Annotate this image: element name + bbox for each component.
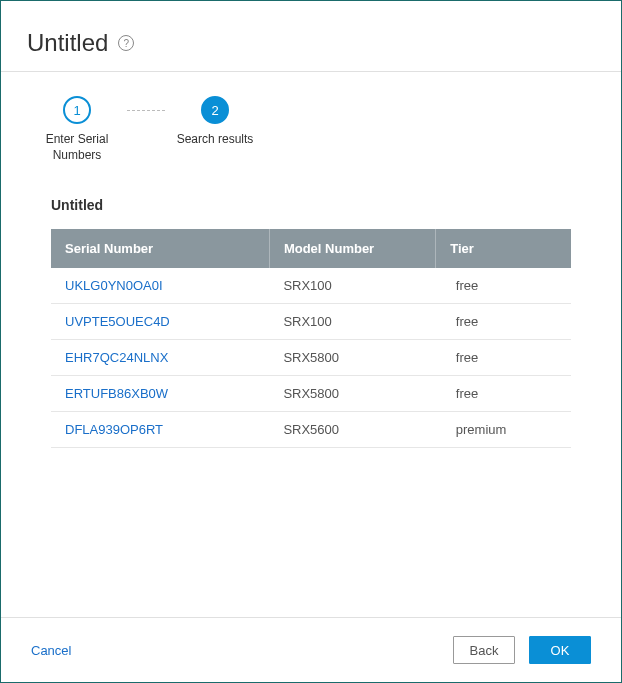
table-row[interactable]: DFLA939OP6RT SRX5600 premium — [51, 412, 571, 448]
cell-model: SRX5800 — [269, 376, 435, 412]
step-circle-2: 2 — [201, 96, 229, 124]
ok-button[interactable]: OK — [529, 636, 591, 664]
table-header-row: Serial Number Model Number Tier — [51, 229, 571, 268]
footer-buttons: Back OK — [453, 636, 591, 664]
cell-serial[interactable]: UKLG0YN0OA0I — [51, 268, 269, 304]
cell-model: SRX100 — [269, 304, 435, 340]
cell-model: SRX100 — [269, 268, 435, 304]
col-header-model[interactable]: Model Number — [269, 229, 435, 268]
cell-tier: free — [436, 304, 571, 340]
table-row[interactable]: EHR7QC24NLNX SRX5800 free — [51, 340, 571, 376]
table-title: Untitled — [51, 197, 571, 213]
page-title: Untitled — [27, 29, 108, 57]
step-label-1: Enter SerialNumbers — [46, 132, 109, 163]
cell-serial[interactable]: EHR7QC24NLNX — [51, 340, 269, 376]
table-body: UKLG0YN0OA0I SRX100 free UVPTE5OUEC4D SR… — [51, 268, 571, 448]
cell-tier: free — [436, 268, 571, 304]
cell-tier: free — [436, 376, 571, 412]
dialog-content: Untitled Serial Number Model Number Tier… — [1, 173, 621, 617]
dialog-header: Untitled ? — [1, 1, 621, 72]
results-table: Serial Number Model Number Tier UKLG0YN0… — [51, 229, 571, 448]
step-enter-serial-numbers[interactable]: 1 Enter SerialNumbers — [27, 96, 127, 163]
step-connector — [127, 110, 165, 124]
cell-model: SRX5800 — [269, 340, 435, 376]
back-button[interactable]: Back — [453, 636, 515, 664]
cancel-link[interactable]: Cancel — [31, 643, 71, 658]
cell-serial[interactable]: UVPTE5OUEC4D — [51, 304, 269, 340]
table-row[interactable]: UKLG0YN0OA0I SRX100 free — [51, 268, 571, 304]
step-label-2: Search results — [177, 132, 254, 148]
step-search-results[interactable]: 2 Search results — [165, 96, 265, 148]
cell-serial[interactable]: ERTUFB86XB0W — [51, 376, 269, 412]
cell-tier: free — [436, 340, 571, 376]
table-row[interactable]: UVPTE5OUEC4D SRX100 free — [51, 304, 571, 340]
cell-model: SRX5600 — [269, 412, 435, 448]
cell-tier: premium — [436, 412, 571, 448]
wizard-stepper: 1 Enter SerialNumbers 2 Search results — [1, 72, 621, 173]
table-row[interactable]: ERTUFB86XB0W SRX5800 free — [51, 376, 571, 412]
step-circle-1: 1 — [63, 96, 91, 124]
col-header-tier[interactable]: Tier — [436, 229, 571, 268]
dialog-footer: Cancel Back OK — [1, 617, 621, 682]
cell-serial[interactable]: DFLA939OP6RT — [51, 412, 269, 448]
help-icon[interactable]: ? — [118, 35, 134, 51]
col-header-serial[interactable]: Serial Number — [51, 229, 269, 268]
